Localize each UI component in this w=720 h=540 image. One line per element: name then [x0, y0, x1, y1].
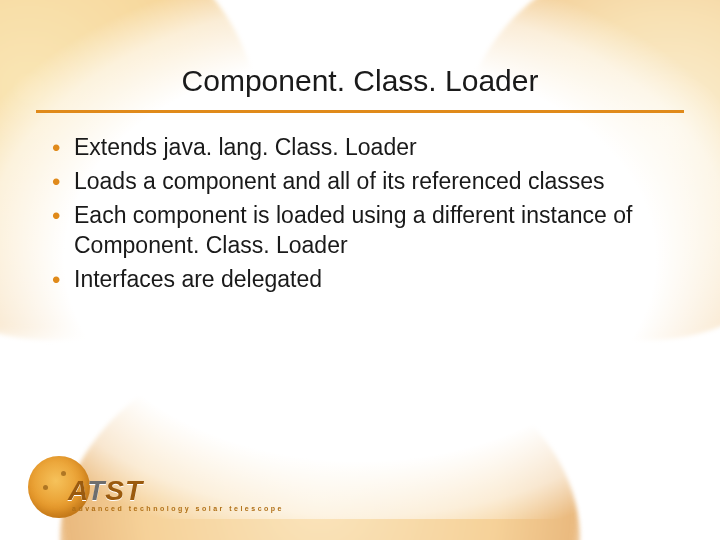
bullet-item: Extends java. lang. Class. Loader — [50, 133, 660, 163]
logo-subtitle: advanced technology solar telescope — [72, 505, 284, 512]
bullet-item: Loads a component and all of its referen… — [50, 167, 660, 197]
bullet-item: Each component is loaded using a differe… — [50, 201, 660, 261]
bullet-item: Interfaces are delegated — [50, 265, 660, 295]
bullet-list: Extends java. lang. Class. Loader Loads … — [50, 133, 660, 294]
slide-title: Component. Class. Loader — [0, 64, 720, 98]
title-rule — [36, 110, 684, 113]
logo-text: ATST advanced technology solar telescope — [68, 478, 284, 512]
atst-logo: ATST advanced technology solar telescope — [28, 456, 284, 518]
slide: Component. Class. Loader Extends java. l… — [0, 0, 720, 540]
logo-acronym: ATST — [68, 478, 284, 503]
